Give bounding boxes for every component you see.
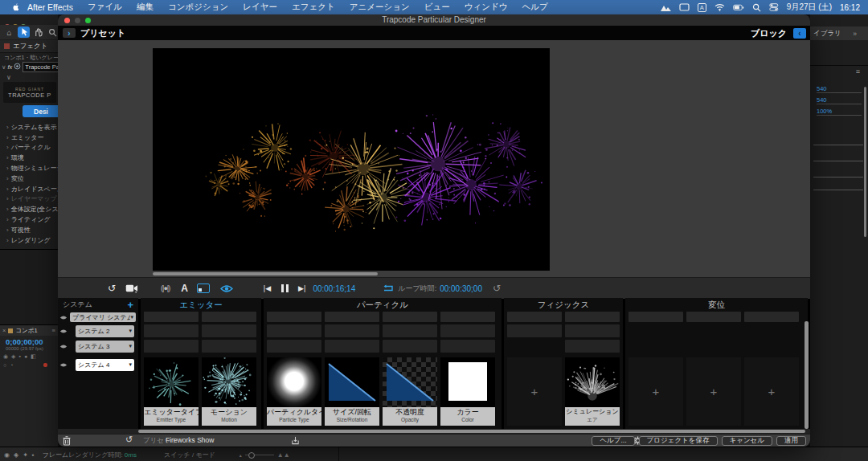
cancel-button[interactable]: キャンセル — [722, 436, 773, 446]
selection-tool-icon[interactable] — [18, 27, 30, 38]
loop-time-value[interactable]: 00:00:30;00 — [440, 284, 482, 293]
zoom-slider-knob[interactable] — [248, 452, 255, 459]
camera-icon[interactable] — [125, 284, 138, 293]
block-tile-size-rotation[interactable]: サイズ/回転 Size/Rotation — [325, 357, 379, 426]
status-quick-icons[interactable]: ◉◈✦▪ — [0, 451, 43, 459]
help-button[interactable]: ヘルプ... — [592, 436, 634, 446]
menu-item[interactable]: ファイル — [80, 2, 129, 13]
save-project-button[interactable]: プロジェクトを保存 — [639, 436, 718, 446]
add-physics-block-button[interactable]: + — [507, 357, 562, 426]
menu-item[interactable]: アニメーション — [342, 2, 417, 13]
collapsed-block-row[interactable] — [504, 340, 623, 353]
wifi-icon[interactable] — [714, 3, 725, 11]
collapsed-block-row[interactable] — [141, 324, 261, 337]
blocks-vertical-scrollbar[interactable] — [805, 321, 809, 429]
zoom-out-icon[interactable]: ▴ — [240, 452, 242, 458]
collapsed-block-row[interactable] — [141, 312, 261, 322]
text-overlay-icon[interactable]: A — [181, 283, 188, 294]
delete-trash-icon[interactable] — [63, 436, 71, 446]
close-icon[interactable]: × — [2, 327, 6, 334]
system-visibility-eye-icon[interactable] — [58, 328, 69, 334]
current-timecode[interactable]: 0;00;00;00 — [0, 336, 58, 346]
zoom-in-icon[interactable]: ▲▲ — [277, 451, 290, 459]
collapsed-block-row[interactable] — [264, 340, 502, 353]
system-selector[interactable]: システム 2 ▾ — [76, 325, 134, 337]
region-of-interest-icon[interactable] — [197, 284, 210, 293]
blocks-panel-label[interactable]: ブロック — [751, 27, 787, 39]
block-tile-simulation[interactable]: シミュレーション エア — [565, 357, 620, 426]
block-tile-particle-type[interactable]: パーティクルタイプ Particle Type — [267, 357, 321, 426]
preset-name[interactable]: Fireworks Show — [166, 436, 214, 444]
presets-panel-label[interactable]: プリセット — [80, 27, 125, 39]
panel-menu-icon[interactable]: ≡ — [52, 327, 55, 334]
window-titlebar[interactable]: Trapcode Particular Designer — [58, 14, 810, 27]
collapsed-block-row[interactable] — [264, 324, 502, 337]
effect-group-item[interactable]: ›可視性 — [0, 225, 58, 235]
control-center-icon[interactable] — [769, 3, 779, 11]
panel-scrollbar[interactable] — [864, 87, 866, 237]
menu-item[interactable]: 編集 — [129, 2, 161, 13]
system-visibility-eye-icon[interactable] — [58, 315, 69, 320]
collapsed-block-row[interactable] — [141, 340, 261, 353]
reset-loop-icon[interactable]: ↺ — [493, 283, 501, 294]
effect-controls-tab[interactable]: エフェクト — [0, 40, 58, 53]
battery-icon[interactable] — [733, 4, 744, 11]
param-value[interactable]: 100% — [817, 108, 862, 116]
loop-icon[interactable] — [383, 284, 394, 292]
zoom-slider-track[interactable] — [245, 455, 274, 455]
switches-modes-label[interactable]: スイッチ / モード — [164, 451, 215, 459]
apple-menu-icon[interactable] — [11, 2, 20, 12]
effect-group-item[interactable]: ›レイヤーマップ — [0, 194, 58, 205]
particle-column-header[interactable]: パーティクル — [264, 298, 502, 311]
collapsed-block-row[interactable] — [504, 312, 623, 322]
menu-item[interactable]: コンポジション — [161, 2, 235, 13]
zoom-tool-icon[interactable] — [47, 27, 58, 38]
timeline-zoom-slider[interactable]: ▴ ▲▲ — [240, 451, 290, 459]
add-displacement-block-button[interactable]: + — [628, 357, 683, 426]
menu-item[interactable]: エフェクト — [285, 2, 342, 13]
photos-icon[interactable] — [661, 3, 671, 11]
effect-group-item[interactable]: ›エミッター — [0, 133, 58, 143]
system-selector[interactable]: システム 4 ▾ — [76, 359, 134, 371]
reset-view-icon[interactable]: ↺ — [108, 283, 116, 294]
preview-horizontal-scrollbar[interactable] — [153, 272, 378, 275]
go-to-end-button[interactable]: ▶| — [298, 284, 305, 292]
hand-tool-icon[interactable] — [32, 27, 44, 38]
collapsed-block-row[interactable] — [264, 312, 502, 322]
timeline-row-icons[interactable]: ○◔ — [0, 360, 58, 368]
param-value[interactable]: 540 — [817, 96, 862, 104]
menu-item[interactable]: レイヤー — [235, 2, 285, 13]
home-tool-icon[interactable]: ⌂ — [3, 27, 15, 38]
composition-viewport[interactable] — [153, 48, 550, 271]
system-visibility-eye-icon[interactable] — [58, 344, 69, 349]
effect-name-field[interactable]: Trapcode Par — [23, 62, 58, 72]
add-displacement-block-button[interactable]: + — [686, 357, 741, 426]
spotlight-search-icon[interactable] — [752, 3, 761, 12]
system-visibility-eye-icon[interactable] — [58, 362, 69, 368]
effect-group-item[interactable]: ›システムを表示 — [0, 122, 58, 133]
collapsed-block-row[interactable] — [625, 312, 808, 322]
block-tile-motion[interactable]: モーション Motion — [202, 357, 256, 426]
motion-blur-icon[interactable]: (|●|) — [161, 284, 170, 292]
system-selector[interactable]: システム 3 ▾ — [76, 341, 134, 353]
pause-button[interactable] — [281, 284, 289, 292]
panel-overflow-icon[interactable]: » — [853, 30, 857, 38]
screen-mirroring-icon[interactable] — [679, 3, 690, 11]
timeline-toggle-icons[interactable]: ◉◈▪●◧ — [0, 351, 58, 360]
menu-item[interactable]: ヘルプ — [514, 2, 555, 13]
emitter-column-header[interactable]: エミッター — [141, 298, 261, 311]
block-tile-color[interactable]: カラー Color — [440, 357, 495, 426]
collapsed-block-row[interactable] — [504, 324, 623, 337]
effect-group-item[interactable]: ›ライティング — [0, 214, 58, 225]
effect-group-item[interactable]: ›パーティクル — [0, 143, 58, 153]
go-to-start-button[interactable]: |◀ — [264, 284, 271, 292]
menu-item[interactable]: After Effects — [20, 2, 80, 12]
displacement-column-header[interactable]: 変位 — [625, 298, 808, 311]
param-value[interactable]: 540 — [817, 85, 862, 93]
effect-group-item[interactable]: ›カレイドスペース — [0, 184, 58, 194]
effect-group-item[interactable]: ›変位 — [0, 173, 58, 184]
panel-menu-icon[interactable]: ≡ — [856, 67, 860, 75]
add-displacement-block-button[interactable]: + — [744, 357, 799, 426]
add-system-button[interactable]: + — [127, 299, 133, 311]
current-time-display[interactable]: 00:00:16;14 — [313, 284, 355, 293]
